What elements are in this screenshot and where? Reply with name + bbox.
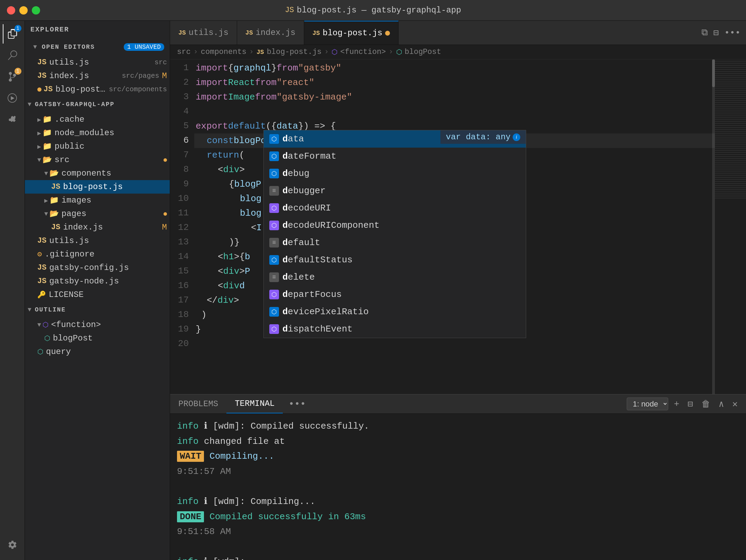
folder-public[interactable]: ▶ 📁 public — [25, 140, 170, 153]
autocomplete-item-decodeuricomponent[interactable]: ⬡ decodeURIComponent — [264, 217, 526, 234]
autocomplete-item-departfocus[interactable]: ⬡ departFocus — [264, 286, 526, 303]
folder-components[interactable]: ▼ 📂 components — [25, 167, 170, 180]
folder-images[interactable]: ▶ 📁 images — [25, 194, 170, 207]
js-file-icon: JS — [44, 85, 53, 94]
variable-icon: ⬡ — [269, 307, 279, 317]
js-file-icon: JS — [37, 58, 46, 67]
outline-function[interactable]: ▼ ⬡ <function> — [25, 318, 170, 332]
source-control-badge: 1 — [15, 68, 21, 75]
autocomplete-item-data[interactable]: ⬡ data var data: any i — [264, 130, 526, 148]
folder-icon: 📂 — [49, 169, 59, 178]
more-actions-icon[interactable]: ••• — [724, 28, 740, 38]
folder-node-modules[interactable]: ▶ 📁 node_modules — [25, 126, 170, 140]
autocomplete-item-default[interactable]: ≡ default — [264, 234, 526, 251]
terminal-line-done: DONE Compiled successfully in 63ms — [177, 510, 739, 524]
js-breadcrumb-icon: JS — [257, 49, 264, 56]
open-editors-header[interactable]: ▼ OPEN EDITORS 1 UNSAVED — [25, 38, 170, 56]
window-controls[interactable] — [7, 6, 40, 15]
tab-blog-post[interactable]: JS blog-post.js — [304, 21, 399, 45]
close-button[interactable] — [7, 6, 15, 15]
chevron-down-icon: ▼ — [37, 157, 41, 164]
toggle-panel-icon[interactable]: ⊟ — [714, 27, 719, 38]
panel-actions: 1: node + ⊟ 🗑 ∧ ✕ — [621, 397, 746, 411]
explorer-icon[interactable]: 1 — [3, 24, 22, 44]
tab-terminal[interactable]: TERMINAL — [226, 394, 283, 413]
autocomplete-item-defaultstatus[interactable]: ⬡ defaultStatus — [264, 251, 526, 269]
file-gitignore[interactable]: ⚙ .gitignore — [25, 248, 170, 261]
run-debug-icon[interactable] — [3, 88, 22, 108]
activity-bar: 1 1 — [0, 21, 25, 560]
js-icon: JS — [313, 30, 320, 37]
file-gatsby-node[interactable]: JS gatsby-node.js — [25, 274, 170, 288]
js-file-icon: JS — [37, 236, 46, 245]
project-header[interactable]: ▼ GATSBY-GRAPHQL-APP — [25, 96, 170, 113]
method-icon: ⬡ — [44, 334, 50, 343]
code-content[interactable]: import { graphql } from "gatsby" import … — [194, 59, 715, 394]
variable-icon: ⬡ — [269, 134, 279, 144]
terminal-content: info ℹ [wdm]: Compiled successfully. inf… — [170, 414, 746, 560]
outline-blogpost[interactable]: ⬡ blogPost — [25, 332, 170, 345]
code-editor[interactable]: 1 2 3 4 5 6 7 8 9 10 11 12 13 14 15 16 1 — [170, 59, 746, 394]
modified-dot — [37, 87, 41, 92]
autocomplete-item-debugger[interactable]: ≡ debugger — [264, 182, 526, 199]
file-license[interactable]: 🔑 LICENSE — [25, 288, 170, 301]
file-utils[interactable]: JS utils.js — [25, 234, 170, 248]
window-title: JS blog-post.js — gatsby-graphql-app — [285, 6, 461, 15]
variable-icon: ⬡ — [269, 151, 279, 161]
code-line-1: import { graphql } from "gatsby" — [194, 61, 715, 75]
open-editor-utils[interactable]: JS utils.js src — [25, 56, 170, 69]
function-icon: ⬡ — [269, 324, 279, 334]
scroll-thumb[interactable] — [712, 59, 715, 87]
scroll-indicator[interactable] — [712, 59, 715, 394]
tab-index[interactable]: JS index.js — [237, 21, 304, 45]
keyword-icon: ≡ — [269, 238, 279, 248]
autocomplete-item-decodeuri[interactable]: ⬡ decodeURI — [264, 199, 526, 217]
folder-pages[interactable]: ▼ 📂 pages — [25, 207, 170, 221]
unsaved-dot — [385, 31, 390, 36]
gitignore-icon: ⚙ — [37, 250, 42, 259]
split-terminal-icon[interactable]: ⊟ — [685, 397, 696, 411]
outline-header[interactable]: ▼ OUTLINE — [25, 301, 170, 318]
autocomplete-dropdown[interactable]: ⬡ data var data: any i ⬡ dateFormat — [263, 130, 526, 338]
terminal-select[interactable]: 1: node — [627, 398, 668, 410]
split-editor-icon[interactable]: ⧉ — [701, 28, 708, 38]
autocomplete-item-dispatchevent[interactable]: ⬡ dispatchEvent — [264, 320, 526, 338]
add-terminal-icon[interactable]: + — [671, 398, 682, 411]
tab-utils[interactable]: JS utils.js — [170, 21, 237, 45]
chevron-right-icon: ▶ — [37, 129, 41, 137]
maximize-button[interactable] — [32, 6, 40, 15]
open-editor-blog-post[interactable]: JS blog-post.js src/components — [25, 83, 170, 96]
folder-src[interactable]: ▼ 📂 src — [25, 153, 170, 167]
variable-icon: ⬡ — [269, 169, 279, 178]
file-blog-post[interactable]: JS blog-post.js — [25, 180, 170, 194]
more-panels-icon[interactable]: ••• — [283, 399, 311, 409]
minimize-button[interactable] — [19, 6, 28, 15]
source-control-icon[interactable]: 1 — [3, 67, 22, 86]
function-icon: ⬡ — [43, 320, 48, 329]
autocomplete-item-delete[interactable]: ≡ delete — [264, 269, 526, 286]
close-panel-icon[interactable]: ✕ — [729, 397, 740, 411]
chevron-down-icon: ▼ — [37, 321, 41, 328]
folder-icon: 📂 — [43, 155, 52, 165]
search-icon[interactable] — [3, 46, 22, 65]
maximize-panel-icon[interactable]: ∧ — [716, 397, 727, 411]
folder-cache[interactable]: ▶ 📁 .cache — [25, 113, 170, 126]
tab-problems[interactable]: PROBLEMS — [170, 394, 226, 413]
file-index[interactable]: JS index.js M — [25, 221, 170, 234]
explorer-header: EXPLORER — [25, 21, 170, 38]
file-gatsby-config[interactable]: JS gatsby-config.js — [25, 261, 170, 274]
terminal-line-time1: 9:51:57 AM — [177, 465, 739, 479]
folder-icon: 📁 — [43, 115, 52, 124]
open-editor-index[interactable]: JS index.js src/pages M — [25, 69, 170, 83]
info-icon: i — [513, 133, 520, 141]
autocomplete-item-dateformat[interactable]: ⬡ dateFormat — [264, 148, 526, 165]
settings-icon[interactable] — [3, 535, 22, 554]
outline-query[interactable]: ⬡ query — [25, 345, 170, 358]
kill-terminal-icon[interactable]: 🗑 — [699, 397, 713, 411]
autocomplete-item-devicepixelratio[interactable]: ⬡ devicePixelRatio — [264, 303, 526, 320]
autocomplete-item-debug[interactable]: ⬡ debug — [264, 165, 526, 182]
modified-indicator: M — [162, 223, 167, 232]
minimap-content — [715, 61, 746, 199]
explorer-badge: 1 — [15, 25, 21, 32]
extensions-icon[interactable] — [3, 110, 22, 129]
